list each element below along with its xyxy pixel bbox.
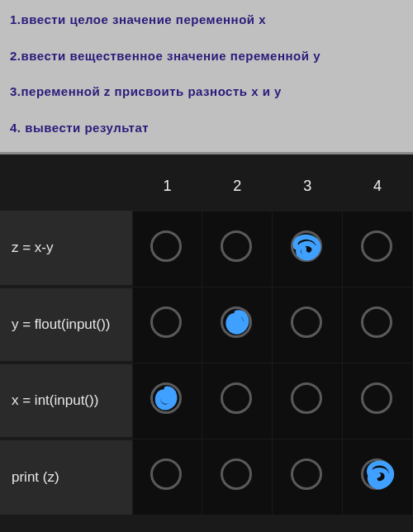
radio-r4c1[interactable] bbox=[132, 439, 202, 515]
col-header-3: 3 bbox=[273, 163, 343, 211]
instruction-card: 1.ввести целое значение переменной x 2.в… bbox=[0, 0, 413, 154]
col-header-4: 4 bbox=[343, 163, 413, 211]
table-row: z = x-y bbox=[0, 211, 413, 287]
radio-r4c3[interactable] bbox=[273, 439, 343, 515]
radio-r1c2[interactable] bbox=[202, 211, 273, 287]
answer-matrix: 1 2 3 4 z = x-y bbox=[0, 154, 413, 515]
header-blank bbox=[0, 163, 132, 211]
col-header-2: 2 bbox=[202, 163, 273, 211]
row-label-1: z = x-y bbox=[0, 211, 132, 287]
row-label-2: y = flout(input()) bbox=[0, 287, 132, 363]
radio-r4c2[interactable] bbox=[202, 439, 273, 515]
radio-r3c1[interactable] bbox=[132, 363, 202, 439]
radio-r3c3[interactable] bbox=[273, 363, 343, 439]
radio-r1c3[interactable] bbox=[273, 211, 343, 287]
radio-r2c1[interactable] bbox=[132, 287, 202, 363]
instruction-line-1: 1.ввести целое значение переменной x bbox=[10, 12, 403, 28]
radio-r3c2[interactable] bbox=[202, 363, 273, 439]
radio-r2c4[interactable] bbox=[343, 287, 413, 363]
instruction-line-4: 4. вывести результат bbox=[10, 120, 403, 136]
instruction-line-3: 3.переменной z присвоить разность x и y bbox=[10, 83, 403, 100]
radio-r3c4[interactable] bbox=[343, 363, 413, 439]
radio-r2c2[interactable] bbox=[202, 287, 273, 363]
radio-r2c3[interactable] bbox=[273, 287, 343, 363]
row-label-3: x = int(input()) bbox=[0, 363, 132, 439]
radio-r4c4[interactable] bbox=[343, 439, 413, 515]
instruction-line-2: 2.ввести вещественное значение переменно… bbox=[10, 48, 403, 64]
radio-r1c1[interactable] bbox=[132, 211, 202, 287]
table-row: x = int(input()) bbox=[0, 363, 413, 439]
row-label-4: print (z) bbox=[0, 439, 132, 515]
table-row: print (z) bbox=[0, 439, 413, 515]
col-header-1: 1 bbox=[132, 163, 202, 211]
radio-r1c4[interactable] bbox=[343, 211, 413, 287]
table-row: y = flout(input()) bbox=[0, 287, 413, 363]
